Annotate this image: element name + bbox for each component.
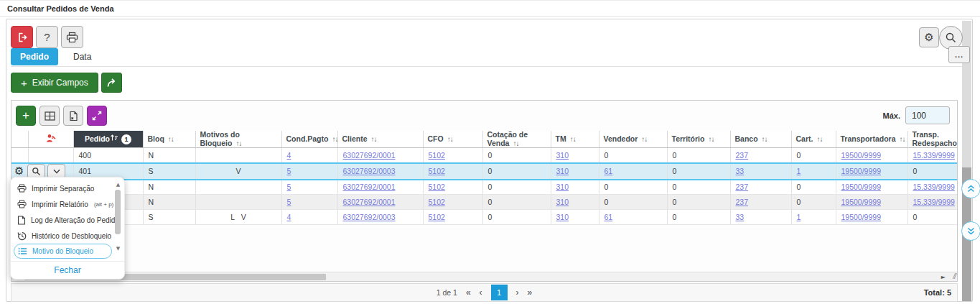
scroll-top-button[interactable] [961,179,980,198]
cell-link[interactable]: 237 [736,183,749,191]
cell-link[interactable]: 5 [287,183,291,191]
sort-icon[interactable]: ↑↓ [235,139,241,147]
scroll-right-arrow[interactable]: ► [941,273,946,281]
table-row[interactable]: 400N463027692/00015102031000237019500/99… [11,148,957,163]
cell-link[interactable]: 19500/9999 [841,167,881,175]
column-header-banco[interactable]: Banco↑↓ [730,131,791,148]
cell-link[interactable]: 15.339/9999 [913,198,955,206]
cell-link[interactable]: 63027692/0001 [343,183,396,191]
menu-scroll-up-arrow[interactable]: ▲ [114,182,122,188]
sort-icon[interactable]: ↑↓ [762,135,767,143]
next-page-button[interactable]: › [516,287,519,298]
tab-pedido[interactable]: Pedido [11,48,58,65]
sort-icon[interactable]: ↑↓ [332,135,337,143]
sort-icon[interactable]: ↑↓ [641,135,647,143]
cell-link[interactable]: 5102 [429,198,445,206]
cell-link[interactable]: 19500/9999 [841,151,881,160]
prev-page-button[interactable]: ‹ [480,287,482,298]
grid-config-button[interactable] [39,106,60,126]
column-header-cliente[interactable]: Cliente↑↓ [337,131,423,148]
forward-button[interactable] [101,73,122,93]
cell-link[interactable]: 5102 [429,151,445,160]
menu-scrollbar[interactable]: ▲ ▼ [114,182,122,257]
cell-link[interactable]: 19500/9999 [841,198,881,206]
column-header-cfo[interactable]: CFO↑↓ [423,131,482,148]
column-header-cotacao-de-venda[interactable]: Cotação de Venda↑↓ [482,131,551,148]
cell-link[interactable]: 63027692/0001 [343,198,396,206]
cell-link[interactable]: 15.339/9999 [913,183,955,191]
cell-link[interactable]: 4 [287,151,291,160]
tab-data[interactable]: Data [64,48,101,65]
exit-button[interactable] [11,26,33,48]
sort-icon[interactable]: ↑↓ [708,135,714,143]
horizontal-scrollbar[interactable]: ◄ ► // [11,272,957,281]
menu-item-imprimir-relatorio[interactable]: Imprimir Relatório(alt + p) [11,196,113,212]
more-options-button[interactable]: ... [948,46,970,63]
settings-button[interactable]: ⚙ [919,27,939,47]
cell-link[interactable]: 5 [287,167,291,175]
cell-link[interactable]: 61 [605,167,613,175]
menu-scroll-down-arrow[interactable]: ▼ [114,246,122,252]
row-settings-gear-icon[interactable]: ⚙ [14,166,24,177]
cell-link[interactable]: 4 [287,213,291,221]
print-button[interactable] [61,26,83,48]
menu-item-log-de-alteracao-do-pedido[interactable]: Log de Alteração do Pedido [11,212,113,228]
maximize-grid-button[interactable] [87,106,107,126]
cell-link[interactable]: 1 [797,213,801,221]
resize-handle[interactable]: // [953,272,956,280]
column-header-motivos-do-bloqueio[interactable]: Motivos do Bloqueio↑↓ [195,131,281,148]
cell-link[interactable]: 5102 [429,167,445,175]
scroll-bottom-button[interactable] [961,221,980,241]
cell-link[interactable]: 61 [605,213,613,221]
menu-item-historico-de-desbloqueio[interactable]: Histórico de Desbloqueio [11,228,113,244]
cell-link[interactable]: 19500/9999 [841,213,881,221]
cell-link[interactable]: 1 [797,167,801,175]
table-row[interactable]: ⚙401SV563027692/00035102031061033119500/… [11,163,957,180]
cell-link[interactable]: 19500/9999 [841,183,881,191]
cell-link[interactable]: 5 [287,198,291,206]
last-page-button[interactable]: » [528,287,533,298]
cell-link[interactable]: 310 [556,183,569,191]
help-button[interactable]: ? [36,26,58,48]
cell-link[interactable]: 237 [736,151,749,160]
column-header-tm[interactable]: TM↑↓ [551,131,599,148]
sort-icon[interactable]: ↑↓ [816,135,822,143]
cell-link[interactable]: 5102 [429,213,445,221]
cell-link[interactable]: 310 [556,167,569,175]
exibir-campos-button[interactable]: + Exibir Campos [11,73,98,93]
table-row[interactable]: N563027692/00015102031000237019500/99991… [11,180,957,195]
column-header-vendedor[interactable]: Vendedor↑↓ [599,131,667,148]
add-row-button[interactable]: + [16,106,36,126]
cell-link[interactable]: 310 [556,151,569,160]
export-file-button[interactable] [63,106,83,126]
sort-icon[interactable]: ↑↓ [371,135,377,143]
first-page-button[interactable]: « [466,287,471,298]
cell-link[interactable]: 33 [736,213,745,221]
max-input[interactable] [905,106,950,124]
cell-link[interactable]: 310 [556,198,569,206]
cell-link[interactable]: 310 [556,213,569,221]
sort-icon[interactable]: ↑↓ [900,135,905,143]
column-header-cart[interactable]: Cart.↑↓ [791,131,836,148]
sort-icon[interactable]: ↑↓ [570,135,576,143]
cell-link[interactable]: 63027692/0001 [343,151,396,160]
cell-link[interactable]: 63027692/0003 [343,213,396,221]
column-header-transportadora[interactable]: Transportadora↑↓ [836,131,907,148]
cell-link[interactable]: 237 [736,198,749,206]
current-page-button[interactable]: 1 [491,285,508,300]
menu-item-imprimir-separacao[interactable]: Imprimir Separação [11,180,113,196]
cell-link[interactable]: 5102 [429,183,445,191]
column-header-bloq[interactable]: Bloq↑↓ [143,131,195,148]
menu-item-motivo-do-bloqueio[interactable]: Motivo do Bloqueio [14,244,112,259]
sort-icon[interactable]: ↑↓ [513,139,518,147]
cell-link[interactable]: 33 [736,167,745,175]
table-row[interactable]: N563027692/00015102031000237019500/99991… [11,195,957,210]
menu-scrollbar-thumb[interactable] [115,190,121,234]
sort-icon[interactable]: ↑↓ [447,135,453,143]
column-header-territorio[interactable]: Território↑↓ [667,131,730,148]
table-row[interactable]: SL V463027692/00035102031061033119500/99… [11,210,957,225]
cell-link[interactable]: 63027692/0003 [343,167,396,175]
cell-link[interactable]: 15.339/9999 [913,151,955,160]
column-header-cond-pagto[interactable]: Cond.Pagto↑↓ [281,131,337,148]
column-header-pedido[interactable]: Pedido1 [73,131,143,148]
